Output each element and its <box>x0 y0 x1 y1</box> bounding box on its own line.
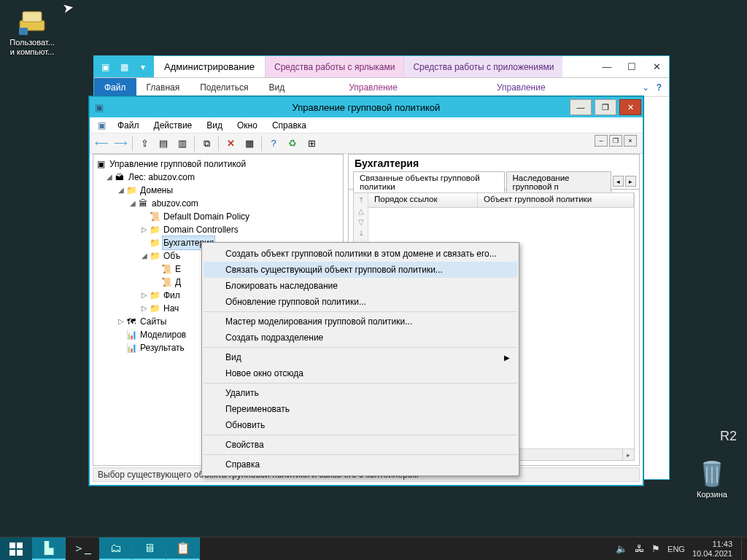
ribbon-tab-manage-b[interactable]: Управление <box>487 78 556 96</box>
move-down-icon[interactable]: ▽ <box>358 218 364 226</box>
results-icon <box>125 341 137 354</box>
list-columns: Порядок ссылок Объект групповой политики <box>368 193 634 208</box>
menu-window[interactable]: Окно <box>231 119 263 132</box>
gpmc-toolbar: ⟵ ⟶ ⇧ ▤ ▥ ⧉ ✕ ▦ ? ♻ ⊞ <box>90 133 643 154</box>
col-link-order[interactable]: Порядок ссылок <box>368 193 478 207</box>
help-button[interactable]: ? <box>265 135 282 152</box>
mdi-minimize[interactable]: – <box>595 135 608 147</box>
close-button[interactable]: ✕ <box>644 56 669 77</box>
details-button[interactable]: ▥ <box>174 135 191 152</box>
menu-view[interactable]: Вид <box>201 119 228 132</box>
gpmc-titlebar[interactable]: ▣ Управление групповой политикой — ❐ ✕ <box>90 97 643 117</box>
ctx-modeling-wizard[interactable]: Мастер моделирования групповой политики.… <box>204 314 517 330</box>
move-bottom-icon[interactable]: ⤓ <box>358 229 364 237</box>
explorer-titlebar[interactable]: ▣ ▦ ▾ Администрирование Средства работы … <box>94 56 669 78</box>
tree-dc[interactable]: ▷Domain Controllers <box>95 223 341 236</box>
menu-file[interactable]: Файл <box>112 119 145 132</box>
context-tab-shortcut-tools[interactable]: Средства работы с ярлыками <box>265 56 403 77</box>
ribbon-tab-file[interactable]: Файл <box>94 78 136 96</box>
ctx-new-ou[interactable]: Создать подразделение <box>204 330 517 346</box>
maximize-button[interactable]: ☐ <box>619 56 644 77</box>
options-button[interactable]: ⊞ <box>303 135 320 152</box>
ribbon-tab-view[interactable]: Вид <box>258 78 295 96</box>
ctx-help[interactable]: Справка <box>204 456 517 472</box>
forward-button[interactable]: ⟶ <box>112 135 129 152</box>
refresh-button[interactable]: ♻ <box>284 135 301 152</box>
minimize-button[interactable]: — <box>570 99 592 115</box>
task-gpmc[interactable]: 📋 <box>166 537 200 560</box>
tray-language[interactable]: ENG <box>667 545 685 553</box>
ctx-link-existing[interactable]: Связать существующий объект групповой по… <box>204 262 517 278</box>
expand-icon[interactable]: ▷ <box>140 223 149 236</box>
ribbon-expand-icon[interactable]: ⌄ <box>642 82 649 93</box>
tree-forest[interactable]: ◢Лес: abuzov.com <box>95 171 341 184</box>
tab-scroll-left[interactable]: ◂ <box>613 176 624 187</box>
gpmc-menubar: ▣ Файл Действие Вид Окно Справка <box>90 117 643 133</box>
move-top-icon[interactable]: ⤒ <box>358 196 364 204</box>
task-server-manager[interactable]: ▙ <box>32 537 66 560</box>
expand-icon[interactable]: ▷ <box>140 302 149 315</box>
ou-icon <box>149 223 160 236</box>
show-desktop-button[interactable] <box>741 537 747 560</box>
tab-inheritance[interactable]: Наследование групповой п <box>506 171 611 192</box>
up-button[interactable]: ⇧ <box>136 135 153 152</box>
tray-network-icon[interactable]: 🖧 <box>635 543 644 554</box>
ctx-gp-update[interactable]: Обновление групповой политики... <box>204 294 517 310</box>
copy-button[interactable]: ⧉ <box>198 135 215 152</box>
ctx-refresh[interactable]: Обновить <box>204 417 517 433</box>
tree-domains[interactable]: ◢Домены <box>95 184 341 197</box>
maximize-button[interactable]: ❐ <box>595 99 616 115</box>
move-up-icon[interactable]: △ <box>358 207 364 215</box>
expand-icon[interactable]: ▷ <box>117 315 125 328</box>
ou-icon <box>149 236 160 249</box>
properties-button[interactable]: ▦ <box>241 135 258 152</box>
help-icon[interactable]: ? <box>657 82 662 93</box>
collapse-icon[interactable]: ◢ <box>117 184 125 197</box>
ctx-delete[interactable]: Удалить <box>204 385 517 401</box>
collapse-icon[interactable]: ◢ <box>140 249 149 262</box>
ribbon-tab-manage-a[interactable]: Управление <box>338 78 408 96</box>
back-button[interactable]: ⟵ <box>93 135 110 152</box>
ctx-properties[interactable]: Свойства <box>204 437 517 453</box>
ctx-block-inheritance[interactable]: Блокировать наследование <box>204 278 517 294</box>
tree-ddp[interactable]: Default Domain Policy <box>95 210 341 223</box>
tab-scroll-right[interactable]: ▸ <box>625 176 636 187</box>
qat-dropdown-icon[interactable]: ▾ <box>136 61 150 74</box>
ctx-view[interactable]: Вид▶ <box>204 349 517 365</box>
collapse-icon[interactable]: ◢ <box>105 171 114 184</box>
ribbon-tab-home[interactable]: Главная <box>136 78 190 96</box>
task-control-panel[interactable]: 🖥 <box>133 537 166 560</box>
tray-clock[interactable]: 11:4310.04.2021 <box>692 540 735 559</box>
desktop-icon-adusers[interactable]: Пользоват...и компьют... <box>4 6 60 57</box>
tray-flag-icon[interactable]: ⚑ <box>651 543 660 554</box>
folder-icon <box>125 184 137 197</box>
context-tab-app-tools[interactable]: Средства работы с приложениями <box>403 56 562 77</box>
close-button[interactable]: ✕ <box>619 99 641 115</box>
scroll-right-icon[interactable]: ▸ <box>622 449 634 460</box>
task-explorer[interactable]: 🗂 <box>99 537 133 560</box>
mdi-restore[interactable]: ❐ <box>609 135 622 147</box>
tree-domain[interactable]: ◢abuzov.com <box>95 197 341 210</box>
ribbon-tab-share[interactable]: Поделиться <box>190 78 258 96</box>
qat-doc-icon[interactable]: ▦ <box>117 61 131 74</box>
col-gpo[interactable]: Объект групповой политики <box>478 193 634 207</box>
expand-icon[interactable]: ▷ <box>140 289 149 302</box>
menu-action[interactable]: Действие <box>148 119 198 132</box>
ctx-rename[interactable]: Переименовать <box>204 401 517 417</box>
task-powershell[interactable]: ＞_ <box>66 537 99 560</box>
os-watermark: R2 <box>720 429 737 444</box>
tree-root[interactable]: ▣Управление групповой политикой <box>95 158 341 171</box>
start-button[interactable] <box>0 537 32 560</box>
context-menu: Создать объект групповой политики в этом… <box>201 242 519 476</box>
menu-help[interactable]: Справка <box>266 119 312 132</box>
collapse-icon[interactable]: ◢ <box>128 197 137 210</box>
desktop-icon-recycle[interactable]: Корзина <box>684 458 740 499</box>
ctx-create-and-link[interactable]: Создать объект групповой политики в этом… <box>204 246 517 262</box>
ctx-new-window[interactable]: Новое окно отсюда <box>204 365 517 381</box>
show-tree-button[interactable]: ▤ <box>155 135 172 152</box>
tab-linked-gpo[interactable]: Связанные объекты групповой политики <box>353 171 505 192</box>
tray-volume-icon[interactable]: 🔈 <box>616 543 627 554</box>
mdi-close[interactable]: × <box>624 135 637 147</box>
minimize-button[interactable]: — <box>595 56 619 77</box>
delete-button[interactable]: ✕ <box>222 135 239 152</box>
